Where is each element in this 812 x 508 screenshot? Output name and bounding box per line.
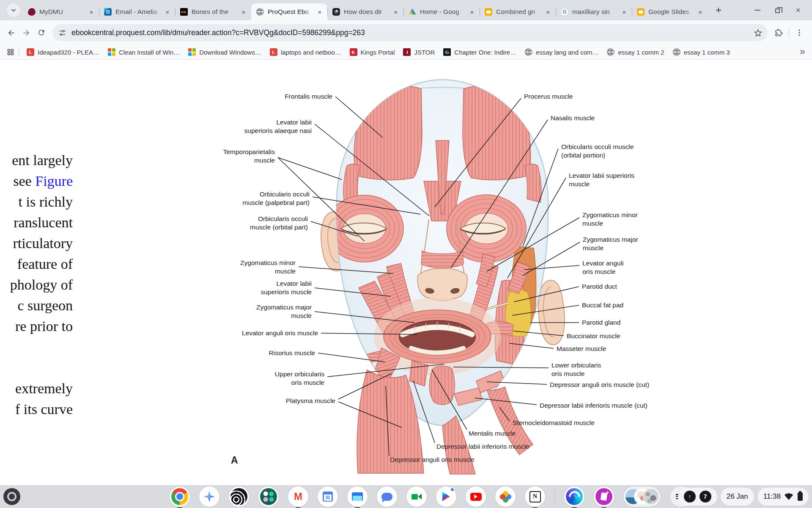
shelf-app-chrome-icon[interactable]	[170, 486, 190, 507]
globe-favicon-icon	[525, 48, 532, 56]
bookmark-chapter-one-indire[interactable]: Chapter One: Indire…	[439, 46, 521, 58]
tab-bones-of-the[interactable]: Bones of the×	[175, 3, 251, 20]
omnibox[interactable]: ebookcentral.proquest.com/lib/dmu/reader…	[52, 24, 768, 41]
new-tab-button[interactable]	[712, 4, 725, 17]
shelf-app-meet-icon[interactable]	[406, 486, 427, 507]
book-text-line: ent largely	[0, 150, 73, 171]
tab-mydmu[interactable]: MyDMU×	[23, 3, 99, 20]
time-text: 11:38	[763, 492, 781, 501]
tab-close-icon[interactable]: ×	[544, 8, 552, 16]
bookmark-label: Ideapad320 - PLEA…	[38, 49, 99, 56]
extensions-button[interactable]	[771, 25, 786, 40]
update-icon: ↑	[684, 491, 696, 502]
tab-close-icon[interactable]: ×	[696, 8, 705, 16]
chevron-down-icon	[10, 6, 17, 14]
back-button[interactable]	[3, 25, 19, 40]
reload-button[interactable]	[34, 25, 49, 40]
tab-close-icon[interactable]: ×	[315, 8, 324, 16]
date-pill[interactable]: 26 Jan	[721, 488, 754, 505]
restore-button[interactable]	[774, 6, 782, 14]
shelf-app-photos-icon[interactable]	[495, 486, 516, 507]
book-text-line: ranslucent	[0, 212, 73, 233]
shelf-app-play-icon[interactable]	[436, 486, 456, 507]
tab-close-icon[interactable]: ×	[468, 8, 476, 16]
k-favicon-icon	[350, 48, 357, 56]
forward-button[interactable]	[19, 25, 34, 40]
tab-google-slides[interactable]: Google Slides×	[632, 3, 708, 20]
launcher-button[interactable]	[3, 488, 20, 505]
chromeos-screen: MyDMU×Email - Amelia×Bones of the×ProQue…	[0, 0, 812, 508]
globe-favicon-icon	[607, 48, 614, 56]
bookmark-laptops-and-netboo[interactable]: laptops and netboo…	[266, 46, 346, 58]
book-text-line: extremely	[0, 378, 73, 399]
bookmark-kings-portal[interactable]: Kings Portal	[346, 46, 399, 58]
shelf-app-calendar-icon[interactable]	[318, 486, 338, 507]
bookmark-label: essay 1 comm 3	[684, 49, 730, 56]
shelf-app-shapes-icon[interactable]	[258, 486, 279, 507]
bookmark-star-icon[interactable]	[754, 28, 763, 37]
tab-close-icon[interactable]: ×	[163, 8, 172, 16]
puzzle-icon	[774, 28, 783, 37]
tab-close-icon[interactable]: ×	[620, 8, 628, 16]
tab-email-amelia[interactable]: Email - Amelia×	[99, 3, 175, 20]
bookmark-clean-install-of-win[interactable]: Clean Install of Win…	[104, 46, 184, 58]
shelf-app-gmail-icon[interactable]	[288, 486, 308, 507]
date-text: 26 Jan	[727, 492, 748, 501]
figure-link[interactable]: Figure	[35, 173, 73, 189]
google-favicon-icon	[561, 8, 568, 16]
tab-proquest-ebo[interactable]: ProQuest Ebo×	[251, 3, 327, 20]
shelf-app-gemini-icon[interactable]	[199, 486, 219, 507]
shelf-app-tote-icon[interactable]	[623, 486, 661, 507]
jstor-favicon-icon	[403, 48, 411, 56]
browser-menu-button[interactable]	[792, 25, 807, 40]
tab-search-button[interactable]	[7, 3, 20, 17]
shelf-app-notion-icon[interactable]	[525, 486, 545, 507]
tab-close-icon[interactable]: ×	[239, 8, 248, 16]
site-settings-icon[interactable]	[58, 29, 66, 37]
shelf-app-arcs-icon[interactable]	[229, 486, 249, 507]
forward-arrow-icon	[22, 28, 31, 37]
tab-title: Google Slides	[648, 8, 695, 16]
darkapp-favicon-icon	[332, 8, 340, 16]
outlook-favicon-icon	[104, 8, 112, 16]
book-text-line: phology of	[0, 274, 73, 295]
bookmark-jstor[interactable]: JSTOR	[399, 46, 439, 58]
quick-settings-pill[interactable]: 11:38	[757, 488, 809, 505]
minimize-button[interactable]	[754, 6, 761, 14]
tab-close-icon[interactable]: ×	[87, 8, 96, 16]
shelf-app-magenta-sparkle-icon[interactable]	[594, 486, 614, 507]
tab-home-goog[interactable]: Home - Goog×	[403, 3, 480, 20]
tab-title: ProQuest Ebo	[268, 8, 315, 16]
sparkle-icon	[606, 491, 609, 494]
bookmarks-overflow-button[interactable]	[798, 48, 806, 56]
bookmark-label: essay 1 comm 2	[618, 49, 664, 56]
shelf-app-files-icon[interactable]	[347, 486, 368, 507]
shelf-app-copilot-icon[interactable]	[564, 486, 584, 507]
shelf-divider	[554, 489, 555, 504]
tab-how-does-dir[interactable]: How does dir×	[327, 3, 403, 20]
dmu-favicon-icon	[28, 8, 36, 16]
tab-close-icon[interactable]: ×	[392, 8, 400, 16]
bookmark-essay-1-comm-3[interactable]: essay 1 comm 3	[669, 46, 734, 58]
url-text[interactable]: ebookcentral.proquest.com/lib/dmu/reader…	[71, 28, 754, 37]
wifi-icon	[785, 493, 793, 500]
tab-maxilliary-sin[interactable]: maxilliary sin×	[556, 3, 632, 20]
tab-combined-gri[interactable]: Combined gri×	[480, 3, 556, 20]
bookmark-essay-lang-and-com[interactable]: essay lang and com…	[521, 46, 603, 58]
shelf-app-youtube-icon[interactable]	[466, 486, 486, 507]
bookmark-essay-1-comm-2[interactable]: essay 1 comm 2	[603, 46, 668, 58]
bookmark-download-windows[interactable]: Download Windows…	[184, 46, 266, 58]
book-text-line	[0, 357, 73, 378]
notification-dot-icon	[450, 487, 455, 492]
window-close-button[interactable]: ×	[794, 6, 802, 14]
apps-grid-button[interactable]	[4, 46, 17, 58]
bookmark-label: JSTOR	[414, 49, 435, 56]
bookmark-ideapad320-plea[interactable]: Ideapad320 - PLEA…	[22, 46, 104, 58]
double-chevron-icon	[798, 48, 806, 56]
bookmark-label: Kings Portal	[361, 49, 395, 56]
bookmark-label: essay lang and com…	[536, 49, 598, 56]
book-text-line	[0, 337, 73, 357]
shelf-app-messages-icon[interactable]	[377, 486, 397, 507]
status-tray-badges[interactable]: ↑ 7	[678, 488, 717, 505]
browser-toolbar: ebookcentral.proquest.com/lib/dmu/reader…	[0, 20, 812, 45]
